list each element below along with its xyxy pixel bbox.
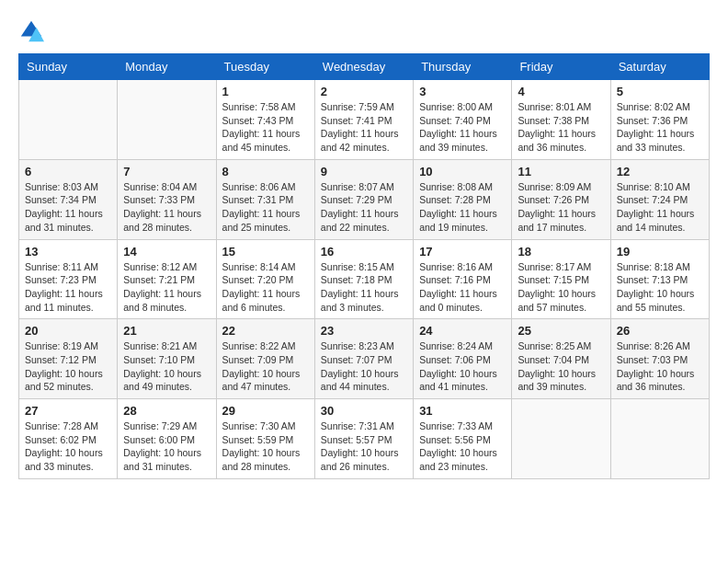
day-cell: 8Sunrise: 8:06 AMSunset: 7:31 PMDaylight…	[216, 159, 314, 239]
day-cell: 31Sunrise: 7:33 AMSunset: 5:56 PMDayligh…	[414, 399, 512, 479]
day-info: Sunrise: 8:16 AMSunset: 7:16 PMDaylight:…	[419, 260, 506, 315]
day-number: 22	[222, 324, 309, 338]
day-info: Sunrise: 8:23 AMSunset: 7:07 PMDaylight:…	[321, 339, 407, 394]
day-cell: 26Sunrise: 8:26 AMSunset: 7:03 PMDayligh…	[610, 319, 709, 399]
day-number: 7	[123, 165, 210, 178]
day-info: Sunrise: 8:08 AMSunset: 7:28 PMDaylight:…	[419, 180, 506, 235]
day-cell: 19Sunrise: 8:18 AMSunset: 7:13 PMDayligh…	[610, 239, 709, 319]
week-row-5: 27Sunrise: 7:28 AMSunset: 6:02 PMDayligh…	[19, 399, 710, 479]
logo	[18, 18, 48, 44]
day-info: Sunrise: 7:29 AMSunset: 6:00 PMDaylight:…	[123, 419, 210, 474]
day-number: 30	[321, 404, 407, 418]
day-info: Sunrise: 7:58 AMSunset: 7:43 PMDaylight:…	[222, 100, 309, 155]
day-cell: 3Sunrise: 8:00 AMSunset: 7:40 PMDaylight…	[414, 80, 512, 160]
day-info: Sunrise: 8:19 AMSunset: 7:12 PMDaylight:…	[25, 339, 111, 394]
day-number: 5	[617, 85, 703, 98]
week-row-2: 6Sunrise: 8:03 AMSunset: 7:34 PMDaylight…	[19, 159, 710, 239]
weekday-header-row: SundayMondayTuesdayWednesdayThursdayFrid…	[19, 54, 710, 80]
day-cell: 12Sunrise: 8:10 AMSunset: 7:24 PMDayligh…	[610, 159, 709, 239]
day-cell: 5Sunrise: 8:02 AMSunset: 7:36 PMDaylight…	[610, 80, 709, 160]
weekday-header-monday: Monday	[118, 54, 216, 80]
weekday-header-sunday: Sunday	[19, 54, 118, 80]
day-number: 21	[123, 324, 210, 338]
day-info: Sunrise: 7:30 AMSunset: 5:59 PMDaylight:…	[222, 419, 309, 474]
day-info: Sunrise: 8:07 AMSunset: 7:29 PMDaylight:…	[321, 180, 407, 235]
day-number: 9	[321, 165, 407, 178]
day-cell: 18Sunrise: 8:17 AMSunset: 7:15 PMDayligh…	[512, 239, 610, 319]
day-number: 6	[25, 165, 111, 178]
day-number: 24	[419, 324, 506, 338]
day-number: 23	[321, 324, 407, 338]
day-cell	[19, 80, 118, 160]
day-info: Sunrise: 8:03 AMSunset: 7:34 PMDaylight:…	[25, 180, 111, 235]
day-cell: 14Sunrise: 8:12 AMSunset: 7:21 PMDayligh…	[118, 239, 216, 319]
day-number: 20	[25, 324, 111, 338]
day-cell: 30Sunrise: 7:31 AMSunset: 5:57 PMDayligh…	[314, 399, 413, 479]
week-row-3: 13Sunrise: 8:11 AMSunset: 7:23 PMDayligh…	[19, 239, 710, 319]
day-info: Sunrise: 8:24 AMSunset: 7:06 PMDaylight:…	[419, 339, 506, 394]
day-cell: 23Sunrise: 8:23 AMSunset: 7:07 PMDayligh…	[314, 319, 413, 399]
calendar: SundayMondayTuesdayWednesdayThursdayFrid…	[18, 53, 710, 479]
day-cell: 15Sunrise: 8:14 AMSunset: 7:20 PMDayligh…	[216, 239, 314, 319]
day-info: Sunrise: 8:04 AMSunset: 7:33 PMDaylight:…	[123, 180, 210, 235]
day-number: 19	[617, 245, 703, 259]
day-info: Sunrise: 8:02 AMSunset: 7:36 PMDaylight:…	[617, 100, 703, 155]
day-cell: 20Sunrise: 8:19 AMSunset: 7:12 PMDayligh…	[19, 319, 118, 399]
day-number: 10	[419, 165, 506, 178]
day-number: 4	[518, 85, 604, 98]
weekday-header-friday: Friday	[512, 54, 610, 80]
day-info: Sunrise: 8:12 AMSunset: 7:21 PMDaylight:…	[123, 260, 210, 315]
day-info: Sunrise: 8:09 AMSunset: 7:26 PMDaylight:…	[518, 180, 604, 235]
day-number: 31	[419, 404, 506, 418]
day-info: Sunrise: 8:00 AMSunset: 7:40 PMDaylight:…	[419, 100, 506, 155]
day-cell: 21Sunrise: 8:21 AMSunset: 7:10 PMDayligh…	[118, 319, 216, 399]
day-info: Sunrise: 8:17 AMSunset: 7:15 PMDaylight:…	[518, 260, 604, 315]
day-info: Sunrise: 7:59 AMSunset: 7:41 PMDaylight:…	[321, 100, 407, 155]
day-number: 14	[123, 245, 210, 259]
day-cell: 13Sunrise: 8:11 AMSunset: 7:23 PMDayligh…	[19, 239, 118, 319]
day-number: 25	[518, 324, 604, 338]
day-cell: 6Sunrise: 8:03 AMSunset: 7:34 PMDaylight…	[19, 159, 118, 239]
day-cell: 7Sunrise: 8:04 AMSunset: 7:33 PMDaylight…	[118, 159, 216, 239]
day-cell: 2Sunrise: 7:59 AMSunset: 7:41 PMDaylight…	[314, 80, 413, 160]
day-cell: 1Sunrise: 7:58 AMSunset: 7:43 PMDaylight…	[216, 80, 314, 160]
day-number: 11	[518, 165, 604, 178]
day-info: Sunrise: 8:18 AMSunset: 7:13 PMDaylight:…	[617, 260, 703, 315]
day-cell	[512, 399, 610, 479]
weekday-header-thursday: Thursday	[414, 54, 512, 80]
day-cell: 4Sunrise: 8:01 AMSunset: 7:38 PMDaylight…	[512, 80, 610, 160]
day-number: 18	[518, 245, 604, 259]
day-info: Sunrise: 8:22 AMSunset: 7:09 PMDaylight:…	[222, 339, 309, 394]
day-cell: 28Sunrise: 7:29 AMSunset: 6:00 PMDayligh…	[118, 399, 216, 479]
day-cell: 16Sunrise: 8:15 AMSunset: 7:18 PMDayligh…	[314, 239, 413, 319]
day-number: 12	[617, 165, 703, 178]
day-number: 29	[222, 404, 309, 418]
day-info: Sunrise: 8:01 AMSunset: 7:38 PMDaylight:…	[518, 100, 604, 155]
day-cell: 10Sunrise: 8:08 AMSunset: 7:28 PMDayligh…	[414, 159, 512, 239]
week-row-4: 20Sunrise: 8:19 AMSunset: 7:12 PMDayligh…	[19, 319, 710, 399]
day-info: Sunrise: 8:15 AMSunset: 7:18 PMDaylight:…	[321, 260, 407, 315]
day-number: 26	[617, 324, 703, 338]
logo-icon	[18, 18, 44, 44]
day-info: Sunrise: 7:33 AMSunset: 5:56 PMDaylight:…	[419, 419, 506, 474]
week-row-1: 1Sunrise: 7:58 AMSunset: 7:43 PMDaylight…	[19, 80, 710, 160]
day-info: Sunrise: 8:14 AMSunset: 7:20 PMDaylight:…	[222, 260, 309, 315]
day-info: Sunrise: 8:21 AMSunset: 7:10 PMDaylight:…	[123, 339, 210, 394]
day-number: 8	[222, 165, 309, 178]
page-header	[18, 18, 710, 44]
day-cell	[118, 80, 216, 160]
day-number: 2	[321, 85, 407, 98]
day-number: 15	[222, 245, 309, 259]
day-number: 27	[25, 404, 111, 418]
day-number: 16	[321, 245, 407, 259]
day-number: 13	[25, 245, 111, 259]
day-info: Sunrise: 8:11 AMSunset: 7:23 PMDaylight:…	[25, 260, 111, 315]
day-number: 28	[123, 404, 210, 418]
day-info: Sunrise: 8:06 AMSunset: 7:31 PMDaylight:…	[222, 180, 309, 235]
day-cell: 24Sunrise: 8:24 AMSunset: 7:06 PMDayligh…	[414, 319, 512, 399]
day-cell: 27Sunrise: 7:28 AMSunset: 6:02 PMDayligh…	[19, 399, 118, 479]
day-cell: 25Sunrise: 8:25 AMSunset: 7:04 PMDayligh…	[512, 319, 610, 399]
day-cell: 17Sunrise: 8:16 AMSunset: 7:16 PMDayligh…	[414, 239, 512, 319]
day-info: Sunrise: 8:25 AMSunset: 7:04 PMDaylight:…	[518, 339, 604, 394]
weekday-header-tuesday: Tuesday	[216, 54, 314, 80]
